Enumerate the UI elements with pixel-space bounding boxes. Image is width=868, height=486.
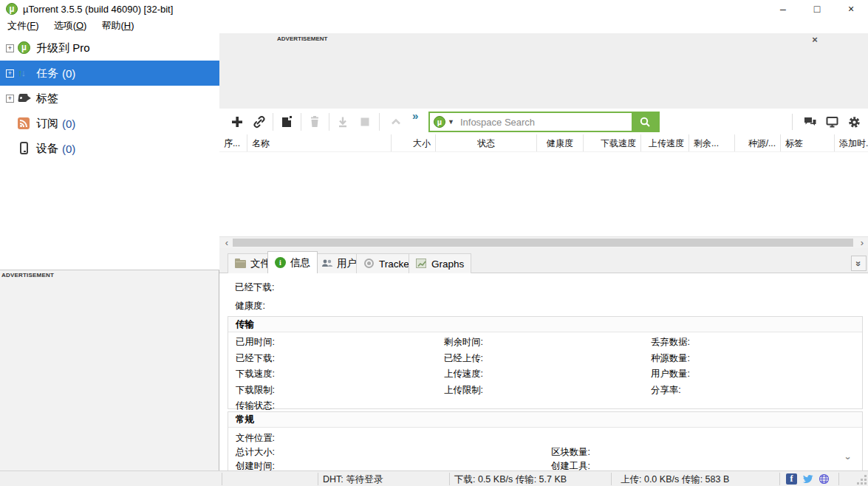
column-header-eta[interactable]: 剩余... — [689, 134, 735, 152]
horizontal-scrollbar[interactable]: ‹ › — [219, 236, 868, 248]
column-header-seeds[interactable]: 种源/... — [735, 134, 781, 152]
upload-status: 上传: 0.0 KB/s 传输: 583 B — [621, 473, 729, 486]
menu-bar: 文件(F) 选项(O) 帮助(H) — [0, 18, 868, 33]
expand-icon[interactable]: + — [6, 95, 14, 103]
transfer-fields: 已用时间: 剩余时间: 丢弃数据: 已经下载: 已经上传: 种源数量: 下载速度… — [228, 332, 862, 412]
column-header-status[interactable]: 状态 — [436, 134, 537, 152]
chevron-down-icon[interactable]: ▼ — [448, 118, 454, 126]
field-row: 总计大小: 区块数量: — [236, 446, 275, 459]
field-label: 丢弃数据: — [651, 336, 862, 349]
torrent-list-empty[interactable] — [219, 152, 868, 236]
column-header-label[interactable]: 标签 — [781, 134, 835, 152]
menu-file[interactable]: 文件(F) — [0, 18, 47, 34]
sidebar-item-label: 设备 — [36, 142, 58, 156]
sidebar-item-torrents[interactable]: + ↑↓ 任务 (0) — [0, 61, 219, 86]
field-label: 上传速度: — [444, 368, 651, 380]
tracker-icon — [363, 258, 375, 270]
menu-help[interactable]: 帮助(H) — [94, 18, 141, 34]
scrollbar-thumb[interactable] — [233, 239, 853, 247]
remote-devices-button[interactable] — [824, 114, 840, 130]
expand-icon[interactable]: + — [6, 44, 14, 52]
toolbar-separator — [329, 113, 329, 131]
ad-close-button[interactable]: × — [809, 34, 821, 46]
device-icon — [18, 142, 31, 155]
scroll-right-arrow[interactable]: › — [856, 237, 868, 249]
field-label: 剩余时间: — [444, 336, 651, 349]
field-label: 下载限制: — [236, 384, 444, 397]
field-label: 传输状态: — [236, 400, 444, 412]
dht-status: DHT: 等待登录 — [323, 473, 383, 486]
column-header-health[interactable]: 健康度 — [537, 134, 584, 152]
panel-scroll-down-arrow[interactable]: › — [843, 456, 854, 459]
statusbar-separator — [449, 473, 450, 485]
column-header-down-speed[interactable]: 下载速度 — [584, 134, 641, 152]
statusbar-separator — [779, 473, 780, 485]
resize-grip[interactable] — [864, 482, 867, 485]
tab-label: Graphs — [431, 259, 464, 270]
toolbar-overflow-chevron[interactable]: » — [412, 109, 418, 122]
general-fields: 文件位置: 总计大小: 区块数量: 创建时间: 创建工具: — [228, 428, 862, 470]
globe-icon[interactable] — [819, 473, 830, 485]
field-label: 文件位置: — [236, 432, 275, 445]
search-button[interactable] — [632, 113, 658, 131]
minimize-button[interactable]: – — [766, 0, 800, 18]
maximize-button[interactable]: □ — [800, 0, 834, 18]
column-header-added[interactable]: 添加时... — [835, 134, 868, 152]
statusbar-separator — [318, 473, 318, 485]
column-header-up-speed[interactable]: 上传速度 — [641, 134, 689, 152]
add-link-button[interactable] — [251, 114, 267, 130]
column-header-name[interactable]: 名称 — [247, 134, 392, 152]
stop-button[interactable] — [357, 114, 373, 130]
column-header-size[interactable]: 大小 — [392, 134, 436, 152]
gear-icon — [847, 115, 861, 129]
utorrent-logo-icon: µ — [6, 3, 18, 15]
search-input[interactable] — [454, 113, 632, 131]
field-label: 上传限制: — [444, 384, 651, 397]
scroll-left-arrow[interactable]: ‹ — [221, 237, 233, 249]
sidebar-item-label: 订阅 — [36, 117, 58, 131]
move-up-queue-button[interactable] — [388, 114, 404, 130]
sidebar-item-label: 升级到 Pro — [36, 41, 90, 55]
field-label: 用户数量: — [651, 368, 862, 380]
start-button[interactable] — [335, 114, 351, 130]
tab-label: 信息 — [290, 256, 310, 270]
sidebar-item-feeds[interactable]: 订阅 (0) — [0, 111, 219, 136]
sidebar-item-upgrade-pro[interactable]: + µ 升级到 Pro — [0, 35, 219, 61]
expand-icon[interactable]: + — [6, 69, 14, 78]
close-button[interactable]: × — [834, 0, 868, 18]
column-header-order[interactable]: 序... — [219, 134, 247, 152]
search-engine-icon[interactable]: µ — [434, 116, 445, 128]
create-torrent-button[interactable] — [278, 114, 295, 130]
chat-button[interactable] — [802, 114, 818, 130]
stop-icon — [358, 115, 372, 129]
toolbar-separator — [301, 113, 301, 131]
title-bar: µ µTorrent 3.5.5 (build 46090) [32-bit] … — [0, 0, 868, 18]
double-chevron-down-icon: » — [853, 261, 864, 265]
item-count: (0) — [62, 117, 75, 130]
field-label — [444, 400, 651, 412]
tab-overflow-button[interactable]: » — [851, 256, 867, 271]
sidebar-item-devices[interactable]: 设备 (0) — [0, 136, 219, 161]
menu-options[interactable]: 选项(O) — [47, 18, 95, 34]
field-label: 已经下载: — [236, 352, 444, 365]
tab-graphs[interactable]: Graphs — [409, 253, 471, 273]
close-icon: × — [812, 34, 818, 45]
settings-button[interactable] — [846, 114, 862, 130]
users-icon — [321, 258, 333, 270]
toolbar-separator — [273, 113, 273, 131]
graph-icon — [416, 258, 428, 270]
toolbar: » µ ▼ — [219, 109, 868, 134]
trash-icon — [308, 115, 321, 129]
facebook-icon[interactable]: f — [786, 473, 797, 485]
add-torrent-button[interactable] — [229, 114, 245, 130]
monitor-icon — [825, 115, 839, 129]
search-icon — [639, 116, 652, 129]
minimize-icon: – — [780, 3, 786, 15]
toolbar-separator — [792, 114, 793, 130]
remove-button[interactable] — [307, 114, 323, 130]
sidebar-item-labels[interactable]: + 标签 — [0, 86, 219, 111]
statusbar-separator — [222, 473, 222, 485]
twitter-icon[interactable] — [802, 473, 813, 485]
tab-info[interactable]: i 信息 — [267, 251, 318, 273]
field-row: 创建时间: 创建工具: — [236, 460, 275, 470]
